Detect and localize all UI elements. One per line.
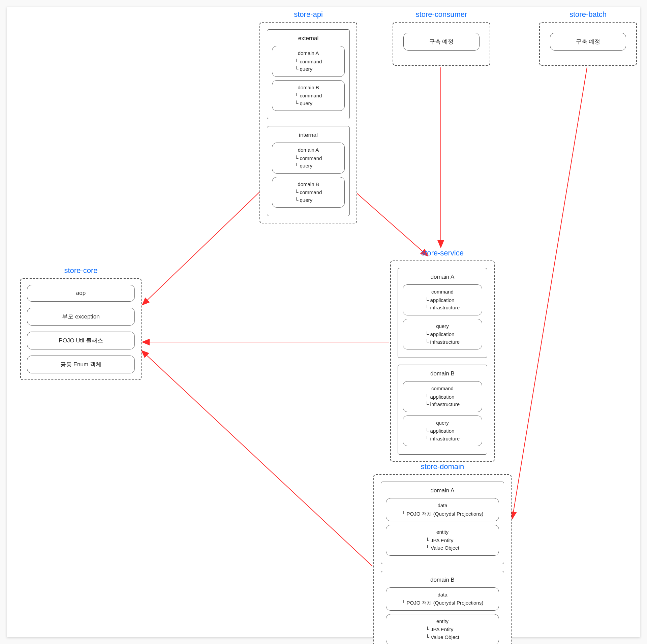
block-title: data [402,591,483,599]
block-line: └ infrastructure [425,435,460,443]
core-item: POJO Util 클래스 [27,332,135,349]
block-title: entity [426,528,459,536]
domain-block: domain A └ command └ query [272,46,345,77]
domain-block: entity └ JPA Entity └ Value Object [386,525,499,556]
core-item: aop [27,285,135,302]
domain-title: domain B [295,84,322,92]
section-title: domain B [386,577,499,583]
block-title: command [425,288,460,296]
domain-line: └ query [295,162,322,170]
module-store-batch: 구축 예정 [539,22,637,66]
block-line: └ JPA Entity [426,537,459,545]
section-title: domain B [403,370,482,377]
block-title: query [425,323,460,330]
block-line: └ application [425,393,460,401]
domain-title: domain A [295,146,322,154]
block-line: └ infrastructure [425,401,460,408]
domain-line: └ command [295,92,322,100]
module-store-domain: domain A data └ POJO 객체 (Querydsl Projec… [373,474,512,644]
block-line: └ POJO 객체 (Querydsl Projections) [402,599,483,607]
module-title-store-domain: store-domain [373,462,512,471]
domain-block: domain B └ command └ query [272,177,345,208]
service-block: command └ application └ infrastructure [403,381,482,412]
domain-line: └ command [295,155,322,162]
domain-line: └ query [295,196,322,204]
service-block: query └ application └ infrastructure [403,319,482,350]
domain-section-a: domain A data └ POJO 객체 (Querydsl Projec… [381,482,504,564]
block-line: └ application [425,427,460,435]
domain-title: domain A [295,50,322,57]
service-block: query └ application └ infrastructure [403,416,482,447]
module-title-store-api: store-api [259,10,357,19]
placeholder-pill: 구축 예정 [403,33,480,51]
domain-line: └ command [295,58,322,66]
domain-section-b: domain B data └ POJO 객체 (Querydsl Projec… [381,571,504,644]
diagram-canvas: store-core aop 부모 exception POJO Util 클래… [0,0,647,644]
domain-line: └ command [295,189,322,196]
block-title: command [425,385,460,393]
api-section-external: external domain A └ command └ query doma… [267,29,350,119]
domain-block: data └ POJO 객체 (Querydsl Projections) [386,498,499,521]
placeholder-pill: 구축 예정 [550,33,626,51]
module-store-consumer: 구축 예정 [393,22,490,66]
domain-block: entity └ JPA Entity └ Value Object [386,614,499,644]
section-title: domain A [403,274,482,280]
block-line: └ JPA Entity [426,626,459,634]
domain-title: domain B [295,181,322,188]
block-line: └ application [425,297,460,304]
block-title: data [402,502,483,510]
section-title: external [272,35,345,42]
module-store-service: domain A command └ application └ infrast… [390,260,495,462]
block-line: └ infrastructure [425,304,460,312]
section-title: internal [272,132,345,139]
block-line: └ application [425,331,460,338]
domain-block: data └ POJO 객체 (Querydsl Projections) [386,587,499,611]
api-section-internal: internal domain A └ command └ query doma… [267,126,350,216]
section-title: domain A [386,487,499,494]
block-title: entity [426,618,459,625]
block-title: query [425,419,460,427]
domain-block: domain A └ command └ query [272,143,345,174]
block-line: └ Value Object [426,634,459,641]
module-store-api: external domain A └ command └ query doma… [259,22,357,223]
service-domain-b: domain B command └ application └ infrast… [398,365,487,455]
module-store-core: aop 부모 exception POJO Util 클래스 공통 Enum 객… [20,278,142,380]
domain-line: └ query [295,100,322,108]
block-line: └ POJO 객체 (Querydsl Projections) [402,510,483,518]
domain-line: └ query [295,65,322,73]
module-title-store-consumer: store-consumer [393,10,490,19]
block-line: └ Value Object [426,544,459,552]
module-title-store-batch: store-batch [539,10,637,19]
core-item: 공통 Enum 객체 [27,356,135,373]
service-domain-a: domain A command └ application └ infrast… [398,268,487,358]
domain-block: domain B └ command └ query [272,80,345,111]
module-title-store-service: store-service [390,249,495,257]
core-item: 부모 exception [27,308,135,326]
service-block: command └ application └ infrastructure [403,284,482,315]
block-line: └ infrastructure [425,338,460,346]
module-title-store-core: store-core [20,266,142,275]
